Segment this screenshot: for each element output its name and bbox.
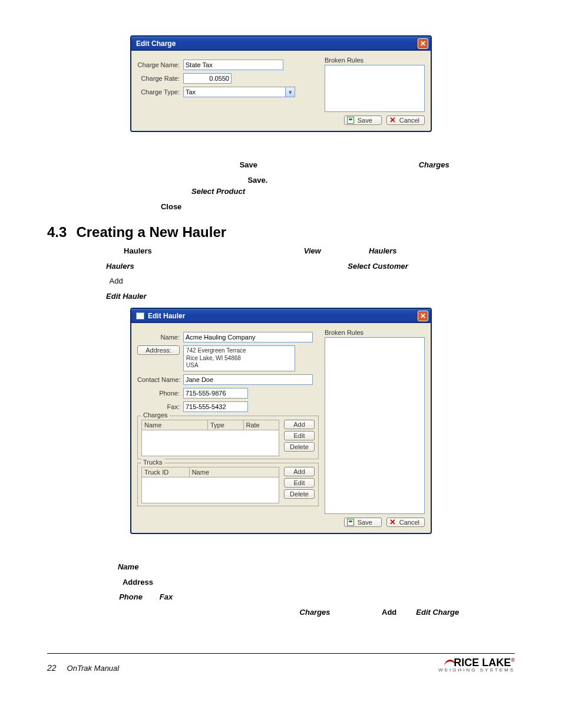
hauler-name-input[interactable] [183, 332, 313, 342]
charges-edit-button[interactable]: Edit [284, 431, 315, 440]
close-icon[interactable]: ✕ [418, 311, 428, 321]
broken-rules-list [325, 337, 425, 514]
charges-table-header: Name Type Rate [141, 420, 279, 430]
page-footer: 22 OnTrak Manual RICE LAKE® WEIGHING SYS… [47, 653, 515, 673]
charges-table[interactable] [141, 430, 279, 456]
save-icon [347, 519, 354, 526]
body-text: 3. Enter a Name for the hauler. 4. Click… [47, 561, 515, 630]
trucks-edit-button[interactable]: Edit [284, 478, 315, 487]
body-text: 1. From the Haulers Speed Button on the … [47, 245, 515, 302]
figure-caption: Figure 4-7. Edit Hauler Dialog Box [47, 541, 515, 549]
trucks-table-header: Truck ID Name [141, 467, 279, 477]
address-button[interactable]: Address: [137, 345, 180, 355]
edit-charge-dialog: Edit Charge ✕ Charge Name: Charge Rate: … [130, 35, 432, 132]
charge-type-select[interactable] [183, 87, 286, 97]
rice-lake-logo: RICE LAKE® WEIGHING SYSTEMS [438, 657, 515, 673]
figure-caption: Figure 4-6. Edit Charge Dialog Box [47, 139, 515, 147]
app-icon [136, 312, 144, 319]
trucks-table[interactable] [141, 477, 279, 503]
cancel-button[interactable]: ✕Cancel [386, 518, 425, 527]
close-icon[interactable]: ✕ [418, 38, 428, 49]
broken-rules-label: Broken Rules [325, 329, 425, 336]
dialog-title: Edit Hauler [148, 312, 185, 320]
hauler-name-label: Name: [137, 334, 183, 341]
save-icon [347, 117, 354, 124]
trucks-delete-button[interactable]: Delete [284, 489, 315, 499]
cancel-icon: ✕ [389, 519, 396, 526]
footer-title: OnTrak Manual [67, 664, 120, 673]
trucks-add-button[interactable]: Add [284, 467, 315, 476]
charge-type-label: Charge Type: [137, 88, 183, 95]
dialog-title: Edit Charge [136, 39, 176, 48]
fax-input[interactable] [183, 401, 248, 412]
cancel-icon: ✕ [389, 117, 396, 124]
charge-name-input[interactable] [183, 60, 283, 70]
contact-name-input[interactable] [183, 374, 313, 385]
chevron-down-icon[interactable]: ▾ [286, 87, 295, 97]
edit-hauler-dialog: Edit Hauler ✕ Name: Address: 742 Evergre… [130, 308, 432, 534]
body-text: 6. When the charges have been defined, c… [47, 159, 515, 212]
charges-delete-button[interactable]: Delete [284, 442, 315, 452]
fax-label: Fax: [137, 403, 183, 410]
contact-name-label: Contact Name: [137, 376, 183, 383]
cancel-button[interactable]: ✕Cancel [386, 116, 425, 125]
charge-rate-label: Charge Rate: [137, 75, 183, 82]
charge-name-label: Charge Name: [137, 61, 183, 68]
trucks-group: Trucks Truck ID Name Add Edit Delete [137, 463, 319, 506]
address-display: 742 Evergreen Terrace Rice Lake, WI 5486… [183, 345, 295, 371]
broken-rules-list [325, 65, 425, 112]
page-number: 22 [47, 663, 57, 673]
charges-add-button[interactable]: Add [284, 420, 315, 429]
charges-group: Charges Name Type Rate Add Edit Delete [137, 416, 319, 459]
dialog-titlebar[interactable]: Edit Hauler ✕ [131, 309, 431, 323]
save-button[interactable]: Save [344, 116, 382, 125]
phone-label: Phone: [137, 390, 183, 397]
phone-input[interactable] [183, 388, 248, 398]
charge-rate-input[interactable] [183, 73, 232, 84]
section-heading: 4.3 Creating a New Hauler [47, 224, 515, 241]
save-button[interactable]: Save [344, 518, 382, 527]
broken-rules-label: Broken Rules [325, 57, 425, 64]
dialog-titlebar[interactable]: Edit Charge ✕ [131, 37, 431, 51]
